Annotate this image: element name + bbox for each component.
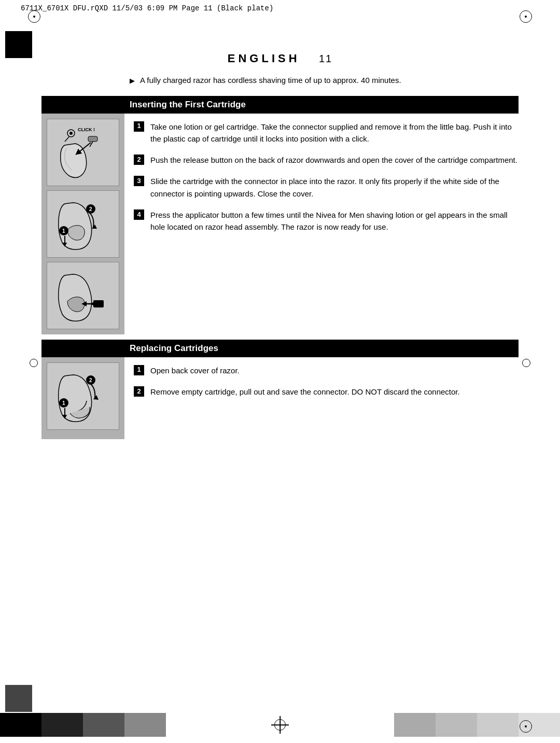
side-reg-right	[521, 353, 531, 373]
section1-content: CLICK !	[41, 114, 519, 334]
color-dark1	[41, 713, 83, 737]
svg-rect-4	[88, 136, 97, 142]
section1-header: Inserting the First Cartridge	[41, 96, 519, 114]
section1-images: CLICK !	[41, 114, 124, 334]
svg-rect-15	[93, 300, 104, 307]
step4-text: Press the applicator button a few times …	[150, 209, 519, 233]
step3-text: Slide the cartridge with the connector i…	[150, 175, 519, 200]
svg-line-3	[65, 137, 69, 142]
section1-step3: 3 Slide the cartridge with the connector…	[134, 175, 519, 200]
svg-line-5	[90, 142, 93, 147]
reg-mark-bottom-left	[27, 719, 41, 734]
svg-marker-6	[92, 225, 97, 229]
svg-point-2	[69, 132, 73, 135]
step1-text: Take one lotion or gel cartridge. Take t…	[150, 121, 519, 145]
color-light2	[477, 713, 519, 737]
replace-step2-number: 2	[134, 386, 144, 397]
step4-number: 4	[134, 209, 144, 220]
replace-step2-text: Remove empty cartridge, pull out and sav…	[150, 386, 519, 398]
step2-text: Push the release button on the back of r…	[150, 154, 519, 166]
color-light1	[436, 713, 477, 737]
svg-text:CLICK !: CLICK !	[78, 127, 95, 132]
section1-image3	[47, 262, 119, 329]
bullet-icon: ▶	[130, 76, 135, 86]
header-text: 6711X_6701X DFU.rQXD 11/5/03 6:09 PM Pag…	[21, 4, 273, 12]
section1-image1: CLICK !	[47, 119, 119, 186]
black-square-top-left	[5, 31, 32, 58]
section1-image2: 1 2	[47, 190, 119, 258]
color-mid1	[124, 713, 166, 737]
page-title: ENGLISH 11	[41, 52, 519, 65]
section1-step4: 4 Press the applicator button a few time…	[134, 209, 519, 233]
svg-text:1: 1	[62, 228, 65, 234]
page-header: 6711X_6701X DFU.rQXD 11/5/03 6:09 PM Pag…	[0, 0, 560, 17]
color-mid2	[394, 713, 436, 737]
reg-mark-top-left	[27, 9, 41, 24]
section2-step2: 2 Remove empty cartridge, pull out and s…	[134, 386, 519, 398]
section2-instructions: 1 Open back cover of razor. 2 Remove emp…	[124, 357, 519, 439]
replace-step1-number: 1	[134, 365, 144, 375]
svg-text:2: 2	[89, 377, 92, 383]
intro-bullet: ▶ A fully charged razor has cordless sha…	[41, 75, 519, 87]
section2-image1: 1 2	[47, 362, 119, 430]
step1-number: 1	[134, 121, 144, 132]
strip-spacer	[166, 707, 394, 743]
intro-text: A fully charged razor has cordless shavi…	[140, 75, 401, 87]
side-reg-left	[29, 353, 39, 373]
section1-heading: Inserting the First Cartridge	[130, 100, 246, 109]
color-dark2	[83, 713, 124, 737]
svg-text:2: 2	[89, 206, 92, 212]
svg-text:1: 1	[62, 400, 65, 406]
reg-mark-top-right	[519, 9, 533, 24]
main-content: ENGLISH 11 ▶ A fully charged razor has c…	[41, 23, 519, 702]
language-label: ENGLISH	[228, 52, 300, 65]
bottom-color-strip	[0, 707, 560, 743]
section1-instructions: 1 Take one lotion or gel cartridge. Take…	[124, 114, 519, 334]
reg-mark-bottom-right	[519, 719, 533, 734]
replace-step1-text: Open back cover of razor.	[150, 365, 519, 376]
section1-step1: 1 Take one lotion or gel cartridge. Take…	[134, 121, 519, 145]
section2-content: 1 2 1 Open back cover of razor. 2 Remove…	[41, 357, 519, 439]
section2-heading: Replacing Cartridges	[130, 343, 218, 353]
svg-marker-17	[93, 395, 99, 400]
section2-step1: 1 Open back cover of razor.	[134, 365, 519, 376]
bottom-reg-cross	[271, 716, 289, 734]
section2-images: 1 2	[41, 357, 124, 439]
step3-number: 3	[134, 176, 144, 186]
step2-number: 2	[134, 155, 144, 165]
page-number: 11	[319, 53, 332, 64]
section1-step2: 2 Push the release button on the back of…	[134, 154, 519, 166]
section2-header: Replacing Cartridges	[41, 340, 519, 357]
